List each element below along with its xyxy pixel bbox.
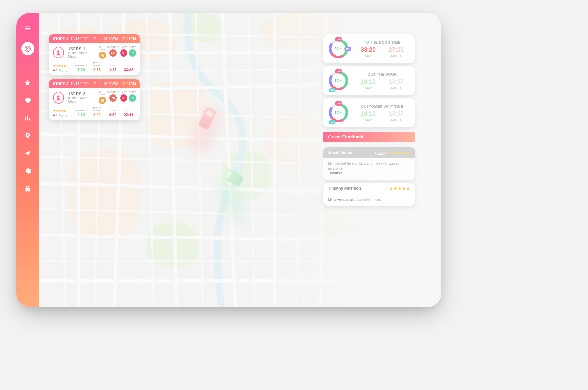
- store-cards: STORE 1 12/15/2019 | Time: 07:30PM - 07:…: [49, 34, 140, 120]
- store-card[interactable]: STORE 2 12/16/2019 | Time: 08:30PM - 08:…: [49, 79, 140, 120]
- stat-cell: SEATBELT3:10: [74, 64, 89, 72]
- metric-chip: CURRENT78: [107, 91, 119, 104]
- user-avatar-icon: [53, 47, 64, 58]
- rating-block: ★★★★★ 4.3 / 5 (32): [53, 109, 73, 117]
- metric-chip: 30 DAYS80: [98, 91, 106, 104]
- user-avatar-icon: [53, 92, 64, 104]
- metric-card[interactable]: 41% 28% 31% TO THE DOOR TIME 33:20TODAY …: [323, 34, 415, 63]
- pin-icon[interactable]: [24, 132, 32, 139]
- feedback-text: My driver couldn't have been nicer.: [323, 194, 415, 202]
- metric-last5: 13:27LAST 5: [389, 110, 404, 121]
- metric-chip: SHIFT92: [129, 46, 136, 59]
- stat-cell: AT THE DOOR2:35: [90, 62, 105, 72]
- metric-today: 14:12TODAY: [361, 110, 376, 121]
- rating-block: ★★★★★ 4.7 / 5 (32): [53, 64, 73, 72]
- stat-cell: AT THE DOOR2:20: [90, 107, 105, 117]
- store-datetime: 12/15/2019 | Time: 07:30PM - 07:41PM: [71, 37, 136, 41]
- metric-chip: SHIFT89: [129, 91, 136, 104]
- feedback-header: Guest Feedback: [323, 132, 415, 142]
- metric-card[interactable]: 12% 28% 60% OUT THE DOOR 14:12TODAY 13:2…: [323, 66, 415, 95]
- metric-chip: LAST80: [120, 46, 127, 59]
- tablet-frame: STORE 1 12/15/2019 | Time: 07:30PM - 07:…: [16, 13, 441, 307]
- feedback-card[interactable]: Jonah Fisher NEW ★★★★★ My food got here …: [323, 147, 415, 180]
- user-subtext: 11.0MI 28min 28sec: [67, 51, 95, 58]
- star-icon: ★★★★★: [53, 109, 66, 113]
- metric-today: 33:20TODAY: [361, 46, 376, 57]
- new-badge: NEW: [375, 151, 386, 155]
- store-datetime: 12/16/2019 | Time: 08:30PM - 08:41PM: [71, 82, 136, 86]
- stat-cell: SEATBELT4:10: [74, 109, 89, 117]
- stat-cell: LOT2:30: [106, 109, 120, 117]
- metric-card[interactable]: 12% 28% 60% CUSTOMER WAIT TIME 14:12TODA…: [323, 98, 415, 127]
- user-name: USERS 1: [67, 47, 95, 51]
- donut-chart: 12% 28% 60%: [328, 70, 349, 91]
- right-column: 41% 28% 31% TO THE DOOR TIME 33:20TODAY …: [323, 34, 415, 206]
- metric-title: OUT THE DOOR: [354, 73, 410, 76]
- menu-icon[interactable]: [24, 24, 32, 32]
- lock-icon[interactable]: [24, 185, 32, 192]
- chart-icon[interactable]: [24, 114, 32, 122]
- navigation-icon[interactable]: [24, 149, 32, 157]
- svg-point-3: [57, 50, 60, 53]
- store-card-header: STORE 1 12/15/2019 | Time: 07:30PM - 07:…: [49, 34, 140, 43]
- star-icon: ★★★★★: [53, 64, 66, 68]
- svg-point-2: [27, 48, 28, 49]
- metric-today: 14:12TODAY: [361, 78, 376, 89]
- feedback-name: Jonah Fisher: [328, 150, 372, 155]
- star-icon: ★★★★★: [389, 186, 410, 191]
- user-subtext: 10.0MI 14min 33sec: [67, 96, 95, 104]
- metric-chip: LAST90: [120, 91, 127, 104]
- store-title: STORE 1: [53, 37, 68, 41]
- metric-title: TO THE DOOR TIME: [354, 41, 410, 44]
- metric-chip: CURRENT65: [107, 46, 119, 59]
- store-card[interactable]: STORE 1 12/15/2019 | Time: 07:30PM - 07:…: [49, 34, 140, 75]
- user-name: USERS 2: [67, 92, 95, 96]
- feedback-name: Timothy Peterson: [328, 186, 386, 191]
- star-icon[interactable]: [24, 79, 32, 87]
- star-icon: ★★★★★: [389, 150, 410, 155]
- gear-icon[interactable]: [24, 167, 32, 175]
- stat-cell: LOT1:43: [106, 64, 120, 72]
- feedback-text: My food got here quickly, and the driver…: [323, 158, 415, 176]
- stat-cell: TTDT33:22: [122, 64, 136, 72]
- store-card-header: STORE 2 12/16/2019 | Time: 08:30PM - 08:…: [49, 79, 140, 88]
- feedback-card[interactable]: Timothy Peterson ★★★★★ My driver couldn'…: [323, 183, 415, 206]
- sidebar: [16, 13, 39, 307]
- metric-last5: 13:27LAST 5: [389, 78, 404, 89]
- store-title: STORE 2: [53, 82, 68, 86]
- heart-icon[interactable]: [24, 96, 32, 104]
- donut-chart: 12% 28% 60%: [328, 102, 349, 123]
- svg-point-4: [57, 95, 60, 98]
- metric-title: CUSTOMER WAIT TIME: [354, 105, 410, 108]
- donut-chart: 41% 28% 31%: [328, 38, 349, 59]
- metric-last5: 27:20LAST 5: [389, 46, 404, 57]
- stat-cell: TTDT22:41: [122, 109, 136, 117]
- target-icon[interactable]: [21, 42, 34, 55]
- metric-chip: 30 DAYS75: [98, 46, 106, 59]
